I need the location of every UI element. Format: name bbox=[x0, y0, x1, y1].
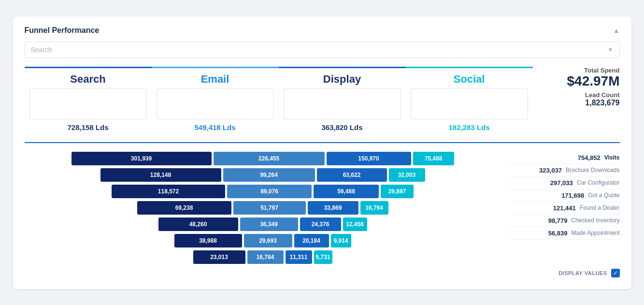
funnel-bar: 99,264 bbox=[223, 168, 315, 182]
legend-label: Made Appointment bbox=[571, 230, 619, 236]
channel-social-frame bbox=[411, 88, 528, 119]
funnel-bar: 75,488 bbox=[413, 152, 454, 165]
legend-row: 297,033Car Configurator bbox=[509, 177, 620, 189]
legend-row: 56,839Made Appointment bbox=[509, 227, 620, 240]
legend-value: 323,037 bbox=[535, 167, 562, 174]
funnel-bar: 32,003 bbox=[389, 168, 425, 182]
legend-value: 297,033 bbox=[546, 179, 573, 187]
legend-label: Car Configurator bbox=[577, 179, 620, 186]
collapse-icon[interactable]: ▲ bbox=[613, 27, 620, 34]
legend-label: Found a Dealer bbox=[580, 204, 620, 211]
funnel-bar: 301,939 bbox=[72, 152, 212, 165]
funnel-bar: 23,013 bbox=[193, 250, 245, 264]
section-divider bbox=[25, 142, 620, 143]
funnel-bar: 16,784 bbox=[247, 250, 284, 264]
funnel-performance-card: Funnel Performance ▲ Search ▼ Search 728… bbox=[13, 16, 631, 289]
legend-row: 121,441Found a Dealer bbox=[509, 202, 620, 215]
legend-value: 56,839 bbox=[541, 230, 567, 237]
totals-block: Total Spend $42.97M Lead Count 1,823,679 bbox=[533, 67, 620, 108]
funnel-bar: 69,238 bbox=[137, 201, 231, 215]
legend-row: 754,852Visits bbox=[509, 152, 620, 164]
channel-email-frame bbox=[157, 88, 274, 119]
legend-value: 754,852 bbox=[574, 154, 601, 161]
channel-search-name: Search bbox=[70, 73, 105, 86]
legend-label: Visits bbox=[604, 154, 620, 161]
funnel-bar-row: 301,939226,455150,97075,488 bbox=[25, 152, 501, 165]
channel-search[interactable]: Search 728,158 Lds bbox=[25, 67, 152, 131]
display-values-label: DISPLAY VALUES bbox=[558, 270, 607, 276]
funnel-bar: 51,797 bbox=[233, 201, 306, 215]
channel-display[interactable]: Display 363,820 Lds bbox=[279, 67, 406, 131]
legend-panel: 754,852Visits323,037Brochure Downloads29… bbox=[509, 152, 620, 264]
funnel-bars: 301,939226,455150,97075,488128,14899,264… bbox=[25, 152, 501, 264]
funnel-bar-row: 38,98829,69320,1849,914 bbox=[25, 234, 501, 247]
search-placeholder: Search bbox=[31, 46, 52, 54]
channel-search-frame bbox=[29, 88, 147, 119]
card-header: Funnel Performance ▲ bbox=[25, 26, 620, 35]
funnel-bar: 118,572 bbox=[112, 185, 225, 198]
display-values-row: DISPLAY VALUES ✓ bbox=[25, 269, 620, 277]
channel-social[interactable]: Social 182,283 Lds bbox=[406, 67, 533, 131]
funnel-bar: 33,869 bbox=[308, 201, 358, 215]
funnel-bar-row: 128,14899,26463,62232,003 bbox=[25, 168, 501, 182]
funnel-bar: 89,076 bbox=[227, 185, 312, 198]
card-title: Funnel Performance bbox=[25, 26, 100, 35]
channel-email-leads: 549,418 Lds bbox=[194, 123, 235, 131]
channel-social-name: Social bbox=[454, 73, 485, 86]
legend-value: 121,441 bbox=[549, 204, 576, 212]
funnel-bar: 11,311 bbox=[286, 250, 312, 264]
legend-value: 171,698 bbox=[558, 192, 584, 199]
total-spend-label: Total Spend bbox=[584, 67, 619, 74]
channel-email-name: Email bbox=[201, 73, 229, 86]
legend-label: Brochure Downloads bbox=[566, 167, 619, 174]
legend-row: 323,037Brochure Downloads bbox=[509, 164, 620, 177]
channel-social-leads: 182,283 Lds bbox=[448, 123, 489, 131]
funnel-bar: 24,376 bbox=[300, 218, 341, 231]
search-dropdown[interactable]: Search ▼ bbox=[25, 42, 620, 58]
funnel-bar: 12,456 bbox=[343, 218, 367, 231]
funnel-bar: 20,184 bbox=[294, 234, 329, 247]
lead-count-label: Lead Count bbox=[585, 91, 620, 99]
funnel-bar: 9,914 bbox=[331, 234, 351, 247]
lead-count-value: 1,823,679 bbox=[585, 99, 619, 107]
display-values-checkbox[interactable]: ✓ bbox=[611, 269, 620, 277]
funnel-bar: 128,148 bbox=[100, 168, 221, 182]
funnel-bar: 226,455 bbox=[214, 152, 325, 165]
funnel-bar-row: 23,01316,78411,3115,731 bbox=[25, 250, 501, 264]
funnel-bar: 16,794 bbox=[360, 201, 388, 215]
legend-value: 98,779 bbox=[541, 217, 567, 224]
funnel-bar-row: 118,57289,07659,48829,897 bbox=[25, 185, 501, 198]
funnel-bar: 150,970 bbox=[327, 152, 411, 165]
channel-email[interactable]: Email 549,418 Lds bbox=[152, 67, 279, 131]
funnel-bar: 36,349 bbox=[240, 218, 298, 231]
total-spend-value: $42.97M bbox=[567, 74, 620, 89]
channel-display-leads: 363,820 Lds bbox=[321, 123, 362, 131]
channels-row: Search 728,158 Lds Email 549,418 Lds Dis… bbox=[25, 67, 533, 131]
legend-label: Checked Inventory bbox=[571, 217, 619, 224]
dropdown-arrow-icon: ▼ bbox=[608, 46, 614, 53]
funnel-bar-row: 48,26036,34924,37612,456 bbox=[25, 218, 501, 231]
channel-search-leads: 728,158 Lds bbox=[67, 123, 108, 131]
channel-display-frame bbox=[284, 88, 401, 119]
funnel-bar: 29,897 bbox=[381, 185, 414, 198]
funnel-bar: 29,693 bbox=[244, 234, 292, 247]
funnel-bar: 48,260 bbox=[158, 218, 238, 231]
funnel-bar: 63,622 bbox=[317, 168, 387, 182]
legend-label: Got a Quote bbox=[588, 192, 619, 199]
main-content: 301,939226,455150,97075,488128,14899,264… bbox=[25, 152, 620, 264]
legend-row: 171,698Got a Quote bbox=[509, 189, 620, 202]
legend-row: 98,779Checked Inventory bbox=[509, 215, 620, 227]
channel-display-name: Display bbox=[323, 73, 361, 86]
funnel-bar-row: 69,23851,79733,86916,794 bbox=[25, 201, 501, 215]
funnel-bar: 38,988 bbox=[174, 234, 242, 247]
funnel-bar: 59,488 bbox=[314, 185, 379, 198]
funnel-bar: 5,731 bbox=[314, 250, 332, 264]
